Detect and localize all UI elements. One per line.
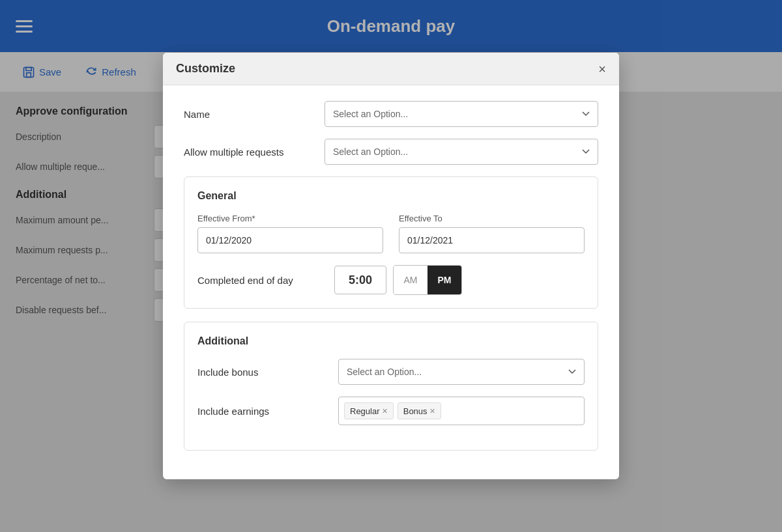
allow-multiple-requests-select[interactable]: Select an Option... (325, 139, 598, 165)
effective-to-label: Effective To (399, 214, 585, 223)
name-row: Name Select an Option... (184, 101, 598, 127)
effective-to-input[interactable] (399, 227, 585, 253)
pm-button[interactable]: PM (427, 266, 461, 294)
time-input[interactable] (334, 266, 386, 294)
completed-end-of-day-row: Completed end of day AM PM (197, 265, 585, 295)
name-label: Name (184, 109, 314, 120)
am-button[interactable]: AM (394, 266, 427, 294)
date-row: Effective From* Effective To (197, 214, 585, 253)
modal-overlay: Customize × Name Select an Option... All… (0, 0, 782, 341)
additional-section-card: Additional Include bonus Select an Optio… (184, 322, 598, 341)
effective-to-field: Effective To (399, 214, 585, 253)
allow-multiple-requests-row: Allow multiple requests Select an Option… (184, 139, 598, 165)
customize-modal: Customize × Name Select an Option... All… (163, 53, 619, 341)
modal-title: Customize (176, 62, 235, 76)
allow-multiple-requests-label: Allow multiple requests (184, 147, 314, 158)
effective-from-input[interactable] (197, 227, 383, 253)
modal-body: Name Select an Option... Allow multiple … (163, 85, 619, 341)
general-section-card: General Effective From* Effective To Com… (184, 176, 598, 309)
effective-from-label: Effective From* (197, 214, 383, 223)
completed-end-of-day-label: Completed end of day (197, 275, 328, 286)
modal-close-button[interactable]: × (598, 63, 606, 76)
effective-from-field: Effective From* (197, 214, 383, 253)
modal-header: Customize × (163, 53, 619, 85)
additional-section-title: Additional (197, 335, 585, 341)
name-select[interactable]: Select an Option... (325, 101, 598, 127)
general-section-title: General (197, 190, 585, 202)
am-pm-toggle: AM PM (393, 265, 462, 295)
